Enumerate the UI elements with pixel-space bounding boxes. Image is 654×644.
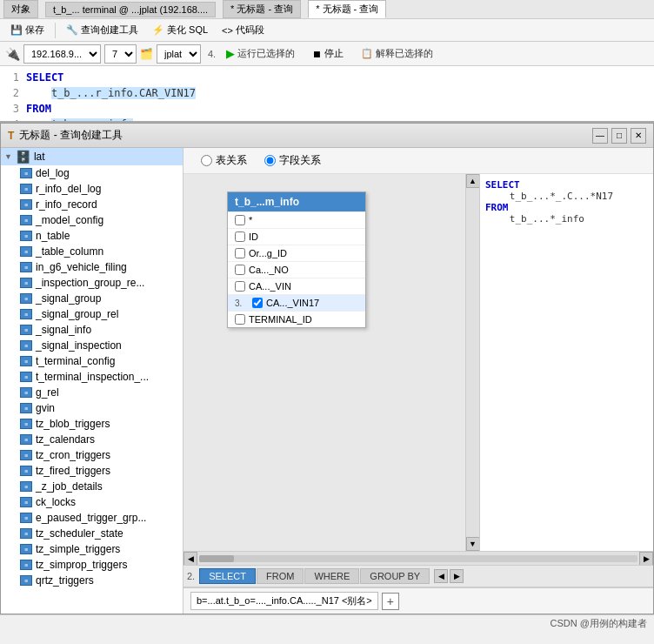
db-table-row-star[interactable]: * xyxy=(228,211,365,228)
tab-objects[interactable]: 对象 xyxy=(3,0,38,18)
checkbox-star[interactable] xyxy=(235,215,245,225)
tab-from[interactable]: FROM xyxy=(257,568,304,584)
sidebar-item-job-details[interactable]: ≡ _z_job_details xyxy=(1,479,183,494)
field-label-id: ID xyxy=(249,231,258,242)
save-icon: 💾 xyxy=(10,24,23,36)
tab-terminal[interactable]: t_b_... terminal @ ...jplat (192.168.... xyxy=(45,2,216,17)
maximize-button[interactable]: □ xyxy=(611,128,627,144)
db-table-row-ca-vin[interactable]: CA..._VIN xyxy=(228,278,365,294)
sidebar-item-qrtz-triggers[interactable]: ≡ qrtz_triggers xyxy=(1,573,183,588)
sidebar-item-g6-vehicle[interactable]: ≡ in_g6_vehicle_filing xyxy=(1,259,183,275)
table-icon-g-rel: ≡ xyxy=(20,387,32,398)
sidebar-item-simprop-triggers[interactable]: ≡ tz_simprop_triggers xyxy=(1,557,183,573)
sidebar-item-n-table[interactable]: ≡ n_table xyxy=(1,228,183,244)
sidebar-item-table-column[interactable]: ≡ _table_column xyxy=(1,244,183,259)
stop-button[interactable]: ⏹ 停止 xyxy=(305,45,350,62)
sidebar-item-g-rel[interactable]: ≡ g_rel xyxy=(1,385,183,400)
scroll-left-arrow[interactable]: ◀ xyxy=(184,552,197,566)
line-num-2: 2 xyxy=(0,85,26,101)
sidebar-label: r_info_record xyxy=(36,198,97,211)
query-tool-label: 查询创建工具 xyxy=(81,23,138,37)
sidebar-item-simple-triggers[interactable]: ≡ tz_simple_triggers xyxy=(1,541,183,557)
sidebar-item-calendars[interactable]: ≡ tz_calendars xyxy=(1,432,183,447)
scroll-right-arrow[interactable]: ▶ xyxy=(639,552,653,566)
close-button[interactable]: ✕ xyxy=(631,128,646,144)
tab-select[interactable]: SELECT xyxy=(199,568,256,584)
table-icon-job: ≡ xyxy=(20,481,32,492)
tab-group-by[interactable]: GROUP BY xyxy=(360,568,430,584)
sidebar-root[interactable]: ▼ 🗄️ lat xyxy=(1,148,183,165)
checkbox-ca-vin17[interactable] xyxy=(252,298,263,308)
sidebar-item-blob-triggers[interactable]: ≡ tz_blob_triggers xyxy=(1,416,183,432)
scroll-up-arrow[interactable]: ▲ xyxy=(466,174,480,188)
window-buttons: — □ ✕ xyxy=(592,128,646,144)
scroll-track-horiz xyxy=(199,555,637,562)
vertical-scrollbar[interactable]: ▲ ▼ xyxy=(465,174,479,551)
step-label: 4. xyxy=(208,49,216,59)
code-icon: <> xyxy=(222,25,233,36)
sidebar-item-scheduler[interactable]: ≡ tz_scheduler_state xyxy=(1,526,183,541)
field-tag[interactable]: b=...at.t_b_o=...._info.CA....._N17 <别名> xyxy=(190,592,378,610)
sql-tab-row: 2. SELECT FROM WHERE GROUP BY ◀ ▶ xyxy=(184,565,653,587)
sidebar-item-cron-triggers[interactable]: ≡ tz_cron_triggers xyxy=(1,447,183,463)
code-segment-button[interactable]: <> 代码段 xyxy=(217,22,270,38)
db-icon: 🗄️ xyxy=(16,150,30,164)
checkbox-terminal-id[interactable] xyxy=(235,314,245,325)
table-rel-radio[interactable]: 表关系 xyxy=(201,153,247,168)
db-table-row-ca-no[interactable]: Ca..._NO xyxy=(228,261,365,278)
sidebar-item-r-info-del-log[interactable]: ≡ r_info_del_log xyxy=(1,181,183,197)
tab-query1[interactable]: * 无标题 - 查询 xyxy=(223,0,301,18)
tab-where[interactable]: WHERE xyxy=(304,568,359,584)
sidebar-item-terminal-inspection[interactable]: ≡ t_terminal_inspection_... xyxy=(1,369,183,385)
sql-line-4: 4 t_b_...r_info xyxy=(0,117,654,123)
query-tool-button[interactable]: 🔧 查询创建工具 xyxy=(61,22,143,38)
tab-nav-arrows: ◀ ▶ xyxy=(434,569,464,583)
sidebar-item-r-info-record[interactable]: ≡ r_info_record xyxy=(1,197,183,212)
checkbox-ca-vin[interactable] xyxy=(235,281,245,292)
db-table-row-terminal-id[interactable]: TERMINAL_ID xyxy=(228,311,365,327)
qb-title-icon: T xyxy=(8,130,14,142)
field-rel-input[interactable] xyxy=(264,155,276,166)
minimize-button[interactable]: — xyxy=(592,128,608,144)
sidebar-label: t_terminal_inspection_... xyxy=(36,371,149,383)
sidebar-item-terminal-config[interactable]: ≡ t_terminal_config xyxy=(1,353,183,369)
db-table-row-ca-vin17[interactable]: 3. CA..._VIN17 xyxy=(228,294,365,311)
sidebar-item-signal-inspection[interactable]: ≡ _signal_inspection xyxy=(1,338,183,353)
db-table-row-id[interactable]: ID xyxy=(228,228,365,245)
scroll-down-arrow[interactable]: ▼ xyxy=(466,537,480,551)
sidebar-item-locks[interactable]: ≡ ck_locks xyxy=(1,494,183,510)
db-table-row-org-id[interactable]: Or...g_ID xyxy=(228,245,365,261)
run-button[interactable]: ▶ 运行已选择的 xyxy=(219,45,302,62)
sidebar-item-signal-info[interactable]: ≡ _signal_info xyxy=(1,322,183,338)
server-select[interactable]: 192.168.9... xyxy=(23,44,101,64)
sidebar-item-paused[interactable]: ≡ e_paused_trigger_grp... xyxy=(1,510,183,526)
save-button[interactable]: 💾 保存 xyxy=(5,22,50,38)
field-rel-radio[interactable]: 字段关系 xyxy=(264,153,321,168)
sql-editor[interactable]: 1 SELECT 2 t_b_...r_info.CAR_VIN17 3 FRO… xyxy=(0,66,654,123)
checkbox-ca-no[interactable] xyxy=(235,265,245,275)
tab-next-arrow[interactable]: ▶ xyxy=(450,569,464,583)
db-select[interactable]: 7 xyxy=(104,44,137,64)
sidebar-item-signal-group-rel[interactable]: ≡ _signal_group_rel xyxy=(1,306,183,322)
sidebar-item-signal-group[interactable]: ≡ _signal_group xyxy=(1,291,183,306)
table-canvas: t_b_...m_info * ID Or...g_ID xyxy=(184,174,465,551)
stop-icon: ⏹ xyxy=(312,49,322,59)
tab-query2[interactable]: * 无标题 - 查询 xyxy=(308,0,386,18)
sidebar-item-gvin[interactable]: ≡ gvin xyxy=(1,400,183,416)
beautify-button[interactable]: ⚡ 美化 SQL xyxy=(147,22,213,38)
sidebar-item-del-log[interactable]: ≡ del_log xyxy=(1,165,183,181)
schema-select[interactable]: jplat xyxy=(157,44,201,64)
sidebar-label: _signal_group_rel xyxy=(36,308,118,320)
sidebar-item-model-config[interactable]: ≡ _model_config xyxy=(1,212,183,228)
add-field-button[interactable]: + xyxy=(382,593,399,610)
sidebar-item-fired-triggers[interactable]: ≡ tz_fired_triggers xyxy=(1,463,183,479)
explain-button[interactable]: 📋 解释已选择的 xyxy=(354,45,440,62)
checkbox-id[interactable] xyxy=(235,231,245,242)
expand-arrow: ▼ xyxy=(4,152,12,161)
tab-prev-arrow[interactable]: ◀ xyxy=(434,569,448,583)
checkbox-org-id[interactable] xyxy=(235,248,245,258)
sidebar-item-inspection-group[interactable]: ≡ _inspection_group_re... xyxy=(1,275,183,291)
sql-preview-panel: SELECT t_b_...*_.C...*N17 FROM t_b_...*_… xyxy=(479,174,653,551)
table-icon-cron: ≡ xyxy=(20,450,32,460)
table-rel-input[interactable] xyxy=(201,155,212,166)
